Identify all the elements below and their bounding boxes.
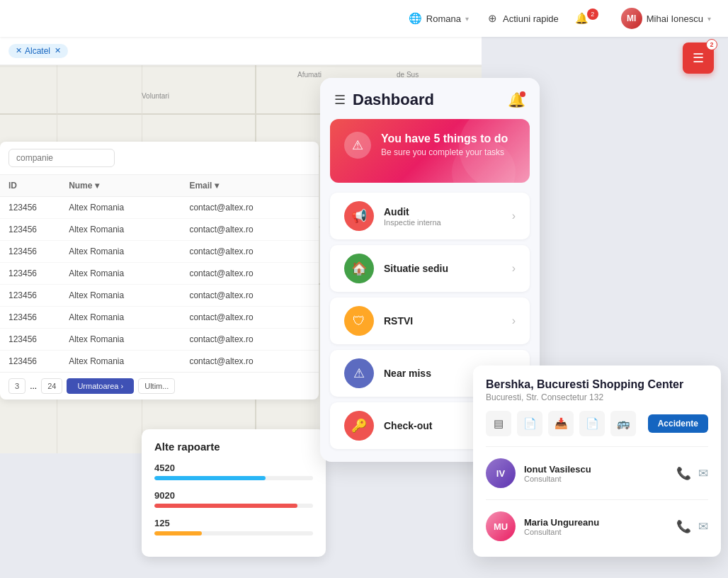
contact-icon-table[interactable]: ▤ xyxy=(486,411,511,436)
page-btn-3[interactable]: 3 xyxy=(8,378,25,394)
contact-address: Bucuresti, Str. Consectetur 132 xyxy=(486,392,708,402)
cell-name: Altex Romania xyxy=(60,241,181,263)
remove-filter-close[interactable]: ✕ xyxy=(55,46,61,55)
person-avatar-1: IV xyxy=(486,458,516,488)
hamburger-icon[interactable]: ☰ xyxy=(334,92,346,108)
bar-value-0: 4520 xyxy=(154,463,313,473)
table-row[interactable]: 123456 Altex Romania contact@altex.ro xyxy=(0,307,319,329)
bar-item-1: 9020 xyxy=(154,490,313,508)
cell-name: Altex Romania xyxy=(60,197,181,219)
cell-name: Altex Romania xyxy=(60,307,181,329)
menu-item-rstvi[interactable]: 🛡 RSTVI › xyxy=(330,298,530,344)
menu-text-0: Audit Inspectie interna xyxy=(384,206,502,227)
chevron-down-icon: ▾ xyxy=(465,15,469,23)
menu-icon-2: 🛡 xyxy=(344,306,374,336)
warning-triangle-icon: ⚠ xyxy=(352,137,363,153)
table-row[interactable]: 123456 Altex Romania contact@altex.ro xyxy=(0,241,319,263)
cell-name: Altex Romania xyxy=(60,219,181,241)
menu-label-2: RSTVI xyxy=(384,315,502,327)
person-avatar-2: MU xyxy=(486,511,516,541)
bar-track-0 xyxy=(154,476,313,480)
col-header-name[interactable]: Nume ▾ xyxy=(60,175,181,197)
cell-name: Altex Romania xyxy=(60,329,181,351)
table-panel: ID Nume ▾ Email ▾ 123456 Altex Romania c… xyxy=(0,142,319,400)
table-search-bar xyxy=(0,142,319,175)
contact-card: Bershka, Bucuresti Shopping Center Bucur… xyxy=(473,366,721,557)
person-info-2: Maria Ungureanu Consultant xyxy=(524,517,668,536)
cell-email: contact@altex.ro xyxy=(181,197,319,219)
contact-person-1: IV Ionut Vasilescu Consultant 📞 ✉ xyxy=(486,453,708,494)
dashboard-header: ☰ Dashboard 🔔 xyxy=(320,78,540,119)
menu-icon-0: 📢 xyxy=(344,201,374,231)
person-actions-1: 📞 ✉ xyxy=(676,466,708,481)
alert-banner[interactable]: ⚠ You have 5 things to do Be sure you co… xyxy=(330,119,530,183)
contact-icon-bus[interactable]: 🚌 xyxy=(610,411,636,436)
menu-sublabel-0: Inspectie interna xyxy=(384,218,502,227)
remove-filter-x[interactable]: ✕ xyxy=(16,46,22,55)
contact-divider xyxy=(486,446,708,447)
data-table: ID Nume ▾ Email ▾ 123456 Altex Romania c… xyxy=(0,175,319,372)
col-header-email[interactable]: Email ▾ xyxy=(181,175,319,197)
map-label-afumati: Afumati xyxy=(297,71,322,79)
accidente-button[interactable]: Accidente xyxy=(648,414,708,433)
contact-icon-download[interactable]: 📥 xyxy=(548,411,574,436)
notifications[interactable]: 🔔 2 xyxy=(576,12,604,25)
cell-name: Altex Romania xyxy=(60,263,181,285)
person-actions-2: 📞 ✉ xyxy=(676,519,708,534)
fab-button[interactable]: ☰ 2 xyxy=(683,42,714,74)
phone-icon-1[interactable]: 📞 xyxy=(676,466,691,481)
table-row[interactable]: 123456 Altex Romania contact@altex.ro xyxy=(0,219,319,241)
contact-title: Bershka, Bucuresti Shopping Center xyxy=(486,378,708,391)
menu-item-situatie-sediu[interactable]: 🏠 Situatie sediu › xyxy=(330,245,530,292)
bar-track-1 xyxy=(154,504,313,508)
menu-chevron-0: › xyxy=(512,210,516,222)
cell-id: 123456 xyxy=(0,241,60,263)
user-name-label: Mihai Ionescu xyxy=(647,13,703,24)
menu-icon: ☰ xyxy=(693,50,704,66)
cell-name: Altex Romania xyxy=(60,351,181,373)
menu-icon-4: 🔑 xyxy=(344,411,374,441)
email-icon-2[interactable]: ✉ xyxy=(698,519,708,534)
menu-item-audit[interactable]: 📢 Audit Inspectie interna › xyxy=(330,193,530,239)
dashboard-bell[interactable]: 🔔 xyxy=(508,91,525,108)
search-input[interactable] xyxy=(8,149,115,167)
person-role-1: Consultant xyxy=(524,475,668,483)
bar-item-0: 4520 xyxy=(154,463,313,480)
alert-subtitle: Be sure you complete your tasks xyxy=(381,147,508,157)
last-page-button[interactable]: Ultim... xyxy=(138,378,175,394)
table-row[interactable]: 123456 Altex Romania contact@altex.ro xyxy=(0,285,319,307)
menu-text-1: Situatie sediu xyxy=(384,263,502,274)
filter-tag-alcatel[interactable]: ✕ Alcatel ✕ xyxy=(8,44,68,58)
quick-actions[interactable]: ⊕ Actiuni rapide xyxy=(486,12,559,25)
bar-fill-0 xyxy=(154,476,266,480)
phone-icon-2[interactable]: 📞 xyxy=(676,519,691,534)
table-row[interactable]: 123456 Altex Romania contact@altex.ro xyxy=(0,197,319,219)
cell-email: contact@altex.ro xyxy=(181,219,319,241)
plus-circle-icon: ⊕ xyxy=(486,12,499,25)
quick-actions-label: Actiuni rapide xyxy=(503,13,559,24)
top-bar: 🌐 Romana ▾ ⊕ Actiuni rapide 🔔 2 MI Mihai… xyxy=(0,0,728,37)
language-selector[interactable]: 🌐 Romana ▾ xyxy=(409,12,469,25)
contact-icon-doc2[interactable]: 📄 xyxy=(579,411,605,436)
menu-label-0: Audit xyxy=(384,206,502,217)
person-name-1: Ionut Vasilescu xyxy=(524,464,668,475)
contact-icon-doc1[interactable]: 📄 xyxy=(517,411,542,436)
cell-email: contact@altex.ro xyxy=(181,329,319,351)
bar-value-2: 125 xyxy=(154,518,313,528)
table-row[interactable]: 123456 Altex Romania contact@altex.ro xyxy=(0,351,319,373)
page-btn-24[interactable]: 24 xyxy=(41,378,62,394)
cell-id: 123456 xyxy=(0,329,60,351)
dashboard-title: Dashboard xyxy=(353,91,434,109)
table-row[interactable]: 123456 Altex Romania contact@altex.ro xyxy=(0,263,319,285)
user-profile[interactable]: MI Mihai Ionescu ▾ xyxy=(621,8,711,29)
user-avatar: MI xyxy=(621,8,642,29)
cell-email: contact@altex.ro xyxy=(181,351,319,373)
contact-divider-2 xyxy=(486,499,708,500)
next-page-button[interactable]: Urmatoarea › xyxy=(67,378,134,394)
cell-email: contact@altex.ro xyxy=(181,285,319,307)
email-icon-1[interactable]: ✉ xyxy=(698,466,708,481)
contact-icons-row: ▤ 📄 📥 📄 🚌 Accidente xyxy=(486,411,708,436)
table-row[interactable]: 123456 Altex Romania contact@altex.ro xyxy=(0,329,319,351)
cell-id: 123456 xyxy=(0,285,60,307)
alert-title: You have 5 things to do xyxy=(381,132,508,145)
